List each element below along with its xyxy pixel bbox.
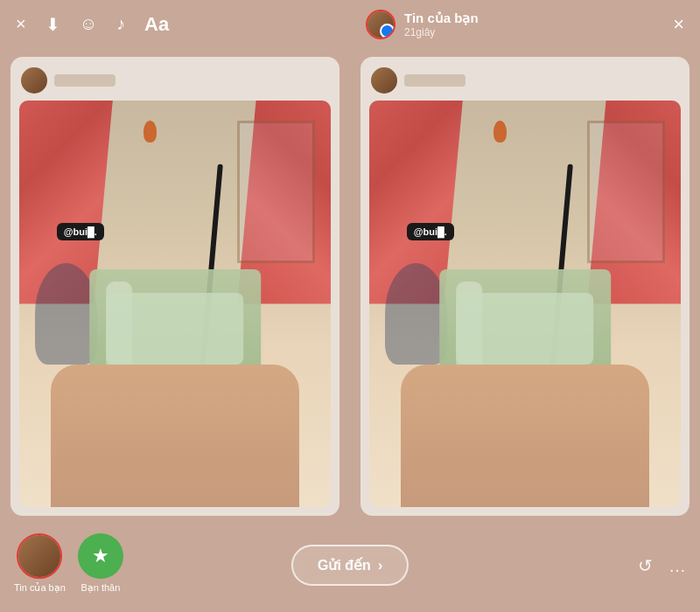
right-story-avatar [371, 67, 397, 94]
glass-ice-2 [457, 293, 594, 365]
music-icon[interactable]: ♪ [116, 14, 125, 34]
download-icon[interactable]: ⬇ [46, 14, 60, 35]
send-button-container: Gửi đến › [291, 545, 409, 586]
face-sticker-icon[interactable]: ☺ [80, 14, 97, 34]
close-friends-circle[interactable]: ★ Bạn thân [78, 533, 123, 594]
left-story-header [21, 67, 116, 94]
right-panel-header: Tin của bạn 21giây × [350, 0, 700, 48]
close-friends-button[interactable]: ★ [78, 533, 123, 579]
send-label: Gửi đến [318, 557, 371, 574]
left-story-name-placeholder [54, 74, 116, 87]
your-story-label: Tin của bạn [14, 582, 66, 594]
left-story-panel: @bui█. [0, 48, 350, 525]
replay-icon[interactable]: ↺ [638, 555, 653, 576]
star-icon: ★ [92, 545, 109, 567]
avatar-image [368, 11, 394, 38]
story-owner-text: Tin của bạn 21giây [404, 10, 479, 38]
right-story-header [371, 67, 466, 94]
close-friends-label: Bạn thân [80, 582, 120, 594]
your-story-avatar[interactable] [17, 533, 62, 579]
person-silhouette-2 [385, 263, 447, 365]
send-arrow-icon: › [378, 558, 382, 574]
right-close-button[interactable]: × [673, 15, 684, 34]
left-story-avatar [21, 67, 47, 94]
close-icon[interactable]: × [16, 14, 26, 34]
right-story-name-placeholder [404, 74, 466, 87]
hand [51, 365, 300, 507]
glass-ice [107, 293, 244, 365]
mention-tag-left[interactable]: @bui█. [57, 223, 104, 240]
toolbar-left: × ⬇ ☺ ♪ Aa [16, 13, 169, 36]
story-owner-name: Tin của bạn [404, 10, 479, 26]
hand-2 [401, 365, 650, 507]
more-options-icon[interactable]: … [668, 556, 686, 576]
your-story-avatar-inner [18, 535, 60, 577]
window-frame [237, 121, 315, 263]
right-story-image: @bui█. [369, 101, 681, 507]
share-targets: Tin của bạn ★ Bạn thân [14, 533, 123, 594]
window-frame-2 [587, 121, 665, 263]
right-story-card: @bui█. [360, 57, 690, 516]
send-button[interactable]: Gửi đến › [291, 545, 409, 586]
text-tool-button[interactable]: Aa [144, 13, 169, 36]
story-time: 21giây [404, 26, 479, 38]
story-owner-info: Tin của bạn 21giây [366, 10, 479, 39]
cafe-background-2 [369, 101, 681, 507]
cafe-lamp-2 [494, 121, 507, 143]
right-story-panel: @bui█. [350, 48, 700, 525]
bottom-right-icons: ↺ … [638, 555, 686, 576]
story-owner-avatar [366, 10, 396, 39]
your-story-circle[interactable]: Tin của bạn [14, 533, 66, 594]
mention-tag-right[interactable]: @bui█. [407, 223, 454, 240]
cafe-lamp [144, 121, 157, 143]
main-content: @bui█. [0, 48, 700, 525]
bottom-bar: Tin của bạn ★ Bạn thân Gửi đến › ↺ … [0, 525, 700, 612]
left-story-card: @bui█. [10, 57, 340, 516]
cafe-background [19, 101, 331, 507]
left-story-image: @bui█. [19, 101, 331, 507]
person-silhouette [35, 263, 97, 365]
